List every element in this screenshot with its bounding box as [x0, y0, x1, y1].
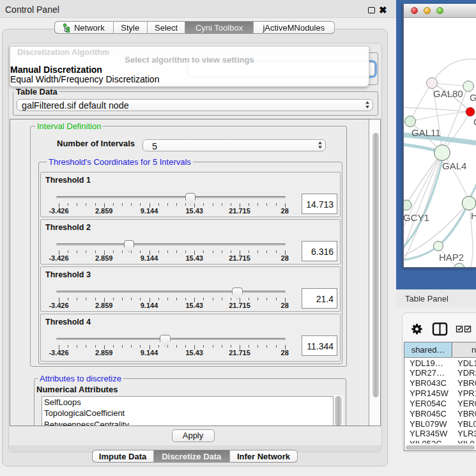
svg-text:GAL4: GAL4	[442, 160, 466, 171]
svg-text:GCY1: GCY1	[404, 212, 429, 223]
svg-text:HI: HI	[471, 210, 476, 221]
svg-text:HAP2: HAP2	[439, 252, 464, 263]
svg-text:C: C	[473, 116, 476, 127]
svg-text:GA: GA	[470, 92, 476, 103]
svg-text:GAL80: GAL80	[433, 88, 463, 99]
svg-text:GAL11: GAL11	[411, 127, 441, 138]
